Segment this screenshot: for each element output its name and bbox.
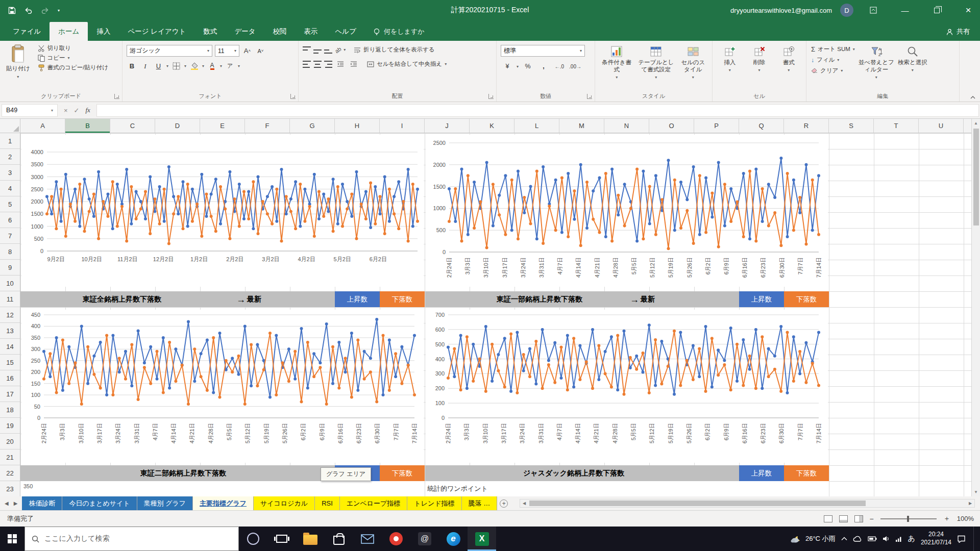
restore-button[interactable] [925,0,948,20]
onedrive-cloud-icon[interactable] [853,536,862,542]
font-size-select[interactable]: 11▾ [215,45,239,57]
network-icon[interactable] [895,536,902,542]
show-desktop-button[interactable] [973,527,976,551]
number-format-select[interactable]: 標準▾ [501,45,585,57]
name-box[interactable]: B49▾ [2,104,58,117]
legend-decline-button[interactable]: 下落数 [784,465,829,481]
chart-tosho-second-section[interactable]: 0501001502002503003504004502月24日3月3日3月10… [21,310,424,463]
share-button[interactable]: 共有 [936,22,980,41]
collapse-ribbon-button[interactable] [970,95,976,99]
start-button[interactable] [0,527,24,551]
cells-area[interactable]: 050010001500200025003000350040009月2日10月2… [20,133,971,496]
legend-decline-button[interactable]: 下落数 [380,465,425,481]
file-explorer-button[interactable] [296,527,325,551]
column-header-E[interactable]: E [200,119,245,133]
increase-indent-icon[interactable] [348,59,359,69]
format-as-table-button[interactable]: テーブルとして書式設定▾ [636,43,676,91]
sheet-tab-2[interactable]: 業種別 グラフ [137,496,193,510]
conditional-formatting-button[interactable]: 条件付き書式▾ [598,43,635,91]
zoom-slider-thumb[interactable] [907,516,909,522]
chart-tosho-first-section[interactable]: 050010001500200025002月24日3月3日3月10日3月17日3… [426,135,828,287]
taskbar-search-input[interactable]: ここに入力して検索 [24,527,239,551]
row-header-22[interactable]: 22 [0,465,20,481]
sheet-tab-4[interactable]: サイコロジカル [254,496,315,510]
font-dialog-launcher-icon[interactable] [290,94,296,99]
column-header-N[interactable]: N [604,119,649,133]
column-header-G[interactable]: G [290,119,335,133]
scroll-right-icon[interactable]: ▶ [966,501,974,506]
insert-function-icon[interactable]: fx [86,106,90,114]
legend-advance-button[interactable]: 上昇数 [739,465,784,481]
zoom-slider[interactable] [880,518,937,519]
row-header-20[interactable]: 20 [0,434,20,449]
sort-filter-button[interactable]: AZ 並べ替えとフィルター▾ [856,43,896,91]
paste-button[interactable]: 貼り付け▾ [3,43,33,80]
legend-decline-button[interactable]: 下落数 [380,291,425,307]
alignment-dialog-launcher-icon[interactable] [488,94,494,99]
sheet-tab-5[interactable]: RSI [315,496,340,510]
column-header-C[interactable]: C [110,119,155,133]
select-all-corner[interactable] [0,119,20,133]
column-header-F[interactable]: F [245,119,290,133]
ribbon-tab-7[interactable]: 表示 [296,22,327,41]
row-header-3[interactable]: 3 [0,165,20,181]
new-sheet-button[interactable]: + [497,496,510,510]
zoom-level[interactable]: 100% [957,515,974,522]
column-header-J[interactable]: J [425,119,470,133]
wrap-text-button[interactable]: 折り返して全体を表示する [352,45,436,55]
clear-button[interactable]: クリア▾ [810,66,856,76]
scroll-up-icon[interactable]: ▲ [972,119,980,128]
delete-cells-button[interactable]: 削除▾ [745,43,774,91]
minimize-button[interactable]: — [893,0,917,20]
battery-icon[interactable] [868,536,877,541]
align-right-icon[interactable] [324,61,332,68]
chart-tosho-all[interactable]: 050010001500200025003000350040009月2日10月2… [21,135,424,287]
edge-button[interactable]: e [439,527,468,551]
borders-icon[interactable] [171,61,182,71]
account-avatar[interactable]: D [840,4,853,17]
increase-font-icon[interactable]: A˄ [242,45,253,56]
legend-advance-button[interactable]: 上昇数 [335,291,380,307]
tray-expand-icon[interactable] [841,537,847,541]
excel-taskbar-button[interactable]: X [468,527,496,551]
ribbon-display-options-icon[interactable] [862,0,885,20]
ribbon-tab-5[interactable]: データ [226,22,264,41]
column-header-Q[interactable]: Q [739,119,784,133]
row-header-18[interactable]: 18 [0,402,20,418]
ribbon-tab-1[interactable]: ホーム [50,22,88,41]
action-center-icon[interactable] [957,535,966,543]
zoom-in-icon[interactable]: ＋ [943,514,950,523]
legend-decline-button[interactable]: 下落数 [784,291,829,307]
insert-cells-button[interactable]: 挿入▾ [716,43,744,91]
cell-styles-button[interactable]: セルのスタイル▾ [677,43,709,91]
enter-icon[interactable]: ✓ [74,107,80,114]
column-header-P[interactable]: P [694,119,739,133]
copy-button[interactable]: コピー▾ [36,53,110,63]
ribbon-tab-3[interactable]: ページ レイアウト [119,22,194,41]
column-header-U[interactable]: U [919,119,964,133]
comma-format-icon[interactable]: , [537,61,550,72]
horizontal-scroll-thumb[interactable] [529,500,865,506]
undo-icon[interactable] [24,7,33,14]
taskbar-weather[interactable]: 26°C 小雨 [791,534,836,543]
ime-mode[interactable]: あ [908,534,915,543]
align-center-icon[interactable] [313,61,322,68]
align-middle-icon[interactable] [313,46,322,54]
decrease-indent-icon[interactable] [335,59,346,69]
column-header-K[interactable]: K [470,119,514,133]
sheet-nav-right-icon[interactable]: ▶ [14,500,18,506]
row-header-14[interactable]: 14 [0,339,20,355]
ribbon-tab-6[interactable]: 校閲 [264,22,296,41]
column-header-D[interactable]: D [155,119,200,133]
row-header-17[interactable]: 17 [0,386,20,402]
scroll-left-icon[interactable]: ◀ [520,501,528,506]
ribbon-tab-2[interactable]: 挿入 [88,22,119,41]
phonetic-guide-icon[interactable]: ア [225,61,235,71]
taskbar-clock[interactable]: 20:24 2021/07/14 [921,531,951,546]
row-header-12[interactable]: 12 [0,307,20,323]
find-select-button[interactable]: 検索と選択▾ [896,43,929,91]
bold-button[interactable]: B [127,61,137,71]
page-layout-view-icon[interactable] [839,515,848,522]
font-family-select[interactable]: 游ゴシック▾ [127,45,212,57]
save-icon[interactable] [8,7,16,14]
